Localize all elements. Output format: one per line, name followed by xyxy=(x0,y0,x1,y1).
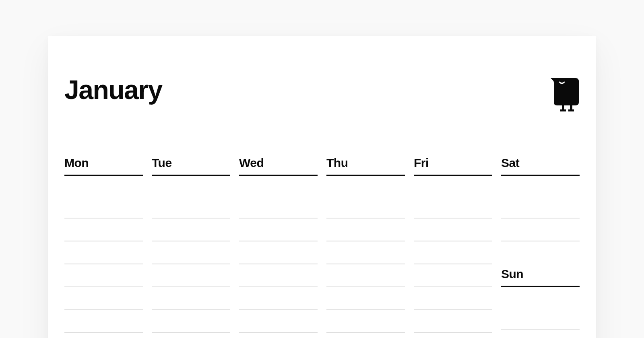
writing-line xyxy=(239,241,318,264)
day-header-wed: Wed xyxy=(239,156,318,176)
writing-line xyxy=(152,310,230,333)
svg-rect-2 xyxy=(560,109,566,111)
writing-line xyxy=(501,218,580,241)
day-header-sat: Sat xyxy=(501,156,580,176)
writing-line xyxy=(326,310,405,333)
day-column-tue: Tue xyxy=(152,156,230,338)
month-title: January xyxy=(64,76,162,103)
writing-line xyxy=(326,241,405,264)
writing-line xyxy=(326,196,405,218)
day-header-sun: Sun xyxy=(501,241,580,287)
writing-line xyxy=(501,307,580,330)
day-column-mon: Mon xyxy=(64,156,143,338)
writing-line xyxy=(239,218,318,241)
writing-line xyxy=(152,196,230,218)
writing-line xyxy=(326,218,405,241)
day-header-mon: Mon xyxy=(64,156,143,176)
writing-line xyxy=(152,218,230,241)
writing-line xyxy=(239,287,318,310)
writing-line xyxy=(64,264,143,287)
writing-line xyxy=(414,241,492,264)
writing-line xyxy=(64,196,143,218)
writing-line xyxy=(414,196,492,218)
day-header-tue: Tue xyxy=(152,156,230,176)
writing-line xyxy=(64,218,143,241)
calendar-sheet: January Mon xyxy=(48,36,596,338)
day-column-fri: Fri xyxy=(414,156,492,338)
day-header-fri: Fri xyxy=(414,156,492,176)
writing-line xyxy=(326,264,405,287)
writing-line xyxy=(152,241,230,264)
header-row: January xyxy=(64,76,580,112)
writing-line xyxy=(239,264,318,287)
writing-line xyxy=(414,218,492,241)
writing-line xyxy=(152,287,230,310)
day-column-thu: Thu xyxy=(326,156,405,338)
day-header-thu: Thu xyxy=(326,156,405,176)
writing-line xyxy=(64,310,143,333)
writing-line xyxy=(414,310,492,333)
day-column-weekend: Sat Sun xyxy=(501,156,580,338)
writing-line xyxy=(501,196,580,218)
week-grid: Mon Tue Wed xyxy=(64,156,580,338)
bird-icon xyxy=(551,76,580,112)
writing-line xyxy=(414,287,492,310)
writing-line xyxy=(64,287,143,310)
writing-line xyxy=(64,241,143,264)
svg-rect-3 xyxy=(568,109,574,111)
writing-line xyxy=(152,264,230,287)
day-column-wed: Wed xyxy=(239,156,318,338)
writing-line xyxy=(239,310,318,333)
writing-line xyxy=(414,264,492,287)
writing-line xyxy=(326,287,405,310)
writing-line xyxy=(239,196,318,218)
writing-line xyxy=(501,330,580,338)
page-background: January Mon xyxy=(0,0,644,338)
